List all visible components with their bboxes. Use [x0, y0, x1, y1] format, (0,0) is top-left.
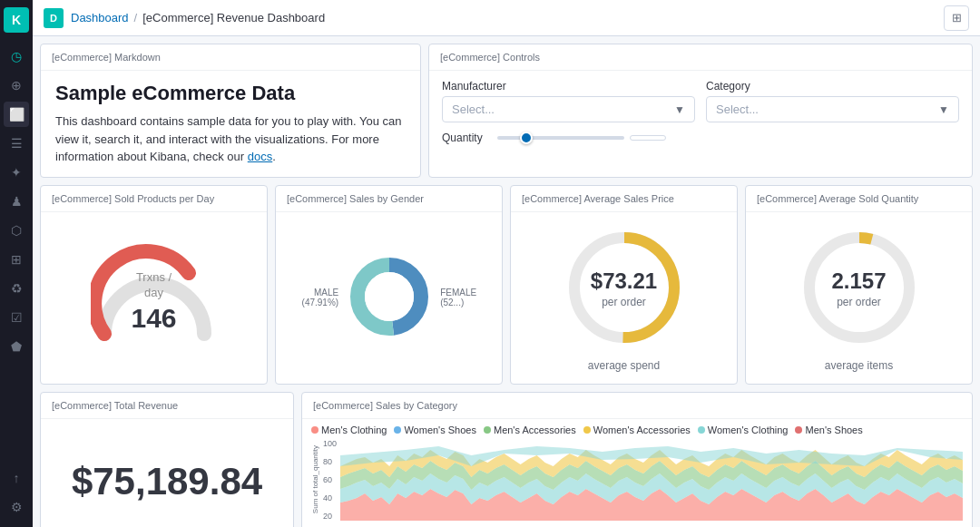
docs-link[interactable]: docs — [248, 150, 272, 163]
controls-panel-header: [eCommerce] Controls — [429, 44, 972, 71]
kibana-logo: K — [4, 7, 29, 33]
gauge-title: Trxns /day — [131, 270, 176, 301]
legend-item: Women's Clothing — [698, 425, 789, 435]
sidebar-icon-graph[interactable]: ⬡ — [4, 218, 29, 243]
gender-donut-section: MALE (47.91%) FEMALE (52...) — [283, 251, 495, 345]
sidebar-icon-dashboard[interactable]: ⬜ — [4, 102, 29, 127]
sidebar-icon-infra[interactable]: ⊞ — [4, 247, 29, 272]
markdown-body: Sample eCommerce Data This dashboard con… — [41, 71, 420, 177]
legend-dot — [394, 426, 401, 434]
category-body: Men's ClothingWomen's ShoesMen's Accesso… — [302, 419, 972, 528]
sold-products-body: Trxns /day 146 — [41, 212, 267, 384]
manufacturer-chevron: ▼ — [674, 103, 685, 116]
avg-price-footer: average spend — [588, 359, 660, 372]
qty-donut-wrap: 2.157 per order — [796, 224, 923, 354]
sales-gender-panel: [eCommerce] Sales by Gender MALE (47.91%… — [275, 185, 503, 385]
revenue-panel: [eCommerce] Total Revenue $75,189.84 — [40, 392, 294, 528]
male-label: MALE (47.91%) — [290, 288, 338, 307]
avg-qty-sub: per order — [831, 296, 886, 308]
main-area: D Dashboard / [eCommerce] Revenue Dashbo… — [33, 0, 980, 527]
gauge-value: 146 — [131, 303, 176, 334]
controls-body: Manufacturer Select... ▼ Category Select… — [429, 71, 972, 153]
sold-products-header: [eCommerce] Sold Products per Day — [41, 186, 267, 212]
quantity-row: Quantity — [442, 132, 959, 144]
avg-qty-footer: average items — [825, 359, 893, 372]
category-panel: [eCommerce] Sales by Category Men's Clot… — [301, 392, 973, 528]
sidebar-icon-siem[interactable]: ⬟ — [4, 334, 29, 359]
sidebar-icon-collapse[interactable]: ↑ — [4, 465, 29, 491]
revenue-header: [eCommerce] Total Revenue — [41, 393, 293, 419]
markdown-heading: Sample eCommerce Data — [55, 82, 406, 105]
row1: [eCommerce] Markdown Sample eCommerce Da… — [40, 44, 973, 178]
category-select[interactable]: Select... ▼ — [706, 96, 959, 122]
markdown-panel: [eCommerce] Markdown Sample eCommerce Da… — [40, 44, 421, 178]
sales-gender-body: MALE (47.91%) FEMALE (52...) — [276, 212, 502, 384]
controls-selects-row: Manufacturer Select... ▼ Category Select… — [442, 80, 959, 122]
sidebar-icon-settings[interactable]: ⚙ — [4, 494, 29, 520]
manufacturer-control: Manufacturer Select... ▼ — [442, 80, 695, 122]
avg-price-body: $73.21 per order average spend — [511, 212, 737, 384]
breadcrumb-home[interactable]: Dashboard — [71, 11, 129, 24]
gender-donut — [344, 251, 435, 345]
gauge-label: Trxns /day 146 — [131, 270, 176, 334]
legend-item: Men's Accessories — [484, 425, 576, 435]
legend-label: Men's Accessories — [494, 425, 576, 435]
y-axis-tick: 60 — [323, 475, 337, 484]
breadcrumb-current: [eCommerce] Revenue Dashboard — [142, 11, 325, 24]
topnav-logo: D — [44, 8, 64, 28]
sidebar-icon-canvas[interactable]: ☰ — [4, 131, 29, 156]
breadcrumb-sep: / — [134, 11, 138, 24]
gauge-chart: Trxns /day 146 — [91, 257, 218, 338]
y-axis-tick: 100 — [323, 439, 337, 448]
avg-qty-header: [eCommerce] Average Sold Quantity — [746, 186, 972, 212]
controls-panel: [eCommerce] Controls Manufacturer Select… — [428, 44, 973, 178]
legend-label: Women's Accessories — [593, 425, 691, 435]
legend-item: Men's Clothing — [311, 425, 387, 435]
topnav: D Dashboard / [eCommerce] Revenue Dashbo… — [33, 0, 980, 36]
share-icon[interactable]: ⊞ — [944, 5, 969, 31]
avg-qty-value: 2.157 — [831, 268, 886, 294]
quantity-min-box — [630, 135, 666, 141]
legend-dot — [583, 426, 591, 434]
price-donut-wrap: $73.21 per order — [561, 224, 688, 354]
markdown-panel-header: [eCommerce] Markdown — [41, 44, 420, 71]
revenue-body: $75,189.84 — [41, 419, 293, 528]
category-legend: Men's ClothingWomen's ShoesMen's Accesso… — [311, 425, 963, 435]
sidebar-icon-apm[interactable]: ♻ — [4, 276, 29, 301]
y-axis-tick: 40 — [323, 493, 337, 503]
sidebar: K ◷ ⊕ ⬜ ☰ ✦ ♟ ⬡ ⊞ ♻ ☑ ⬟ ↑ ⚙ — [0, 0, 33, 527]
sidebar-icon-ml[interactable]: ♟ — [4, 189, 29, 214]
chart-container: Sum of total_quantity 10080604020 — [311, 439, 963, 521]
sidebar-icon-uptime[interactable]: ☑ — [4, 305, 29, 330]
avg-price-header: [eCommerce] Average Sales Price — [511, 186, 737, 212]
sidebar-icon-visualize[interactable]: ⊕ — [4, 73, 29, 98]
quantity-label: Quantity — [442, 132, 483, 144]
legend-label: Men's Clothing — [321, 425, 387, 435]
legend-dot — [698, 426, 705, 434]
markdown-text: This dashboard contains sample data for … — [55, 112, 406, 166]
legend-label: Women's Shoes — [404, 425, 476, 435]
range-container — [490, 135, 959, 141]
legend-label: Men's Shoes — [805, 425, 862, 435]
sidebar-icon-maps[interactable]: ✦ — [4, 160, 29, 185]
topnav-right: ⊞ — [944, 5, 969, 31]
manufacturer-select[interactable]: Select... ▼ — [442, 96, 695, 122]
avg-price-value: $73.21 — [591, 268, 657, 294]
row3: [eCommerce] Total Revenue $75,189.84 [eC… — [40, 392, 973, 528]
quantity-range[interactable] — [497, 136, 624, 140]
manufacturer-label: Manufacturer — [442, 80, 695, 93]
legend-item: Women's Shoes — [394, 425, 476, 435]
price-center: $73.21 per order — [591, 268, 657, 308]
category-label: Category — [706, 80, 959, 93]
legend-item: Women's Accessories — [583, 425, 691, 435]
area-chart-svg — [340, 439, 963, 521]
legend-label: Women's Clothing — [708, 425, 789, 435]
breadcrumb: Dashboard / [eCommerce] Revenue Dashboar… — [71, 11, 325, 24]
avg-qty-body: 2.157 per order average items — [746, 212, 972, 384]
avg-qty-panel: [eCommerce] Average Sold Quantity 2.157 … — [745, 185, 973, 385]
sidebar-icon-discover[interactable]: ◷ — [4, 44, 29, 69]
y-axis-values: 10080604020 — [323, 439, 337, 521]
female-label: FEMALE (52...) — [440, 288, 487, 307]
avg-price-panel: [eCommerce] Average Sales Price $73.21 p… — [510, 185, 738, 385]
category-chevron: ▼ — [938, 103, 949, 116]
